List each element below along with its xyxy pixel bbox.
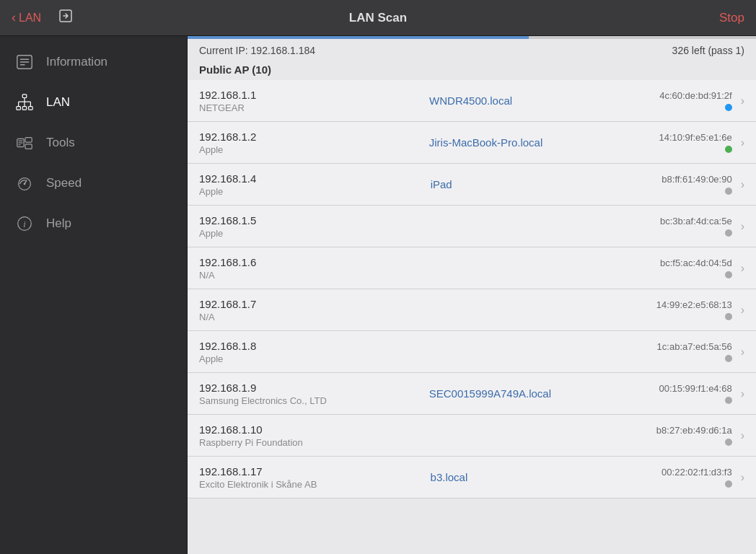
device-right-3: bc:3b:af:4d:ca:5e [660,216,732,237]
device-right-1: 14:10:9f:e5:e1:6e [659,132,731,153]
device-center-2: iPad [431,178,662,190]
export-button[interactable] [58,9,73,27]
device-row[interactable]: 192.168.1.10Raspberry Pi Foundationb8:27… [188,415,756,457]
chevron-right-icon: › [741,220,744,233]
device-row[interactable]: 192.168.1.8Apple1c:ab:a7:ed:5a:56› [188,331,756,373]
status-dot [725,397,732,404]
chevron-right-icon: › [741,94,744,107]
device-list: 192.168.1.1NETGEARWNDR4500.local4c:60:de… [188,80,756,554]
device-hostname: WNDR4500.local [429,94,512,107]
export-icon [58,9,73,23]
device-row[interactable]: 192.168.1.9Samsung Electronics Co., LTDS… [188,373,756,415]
device-left-4: 192.168.1.6N/A [199,250,429,286]
section-header: Public AP (10) [188,61,756,80]
sidebar-tools-label: Tools [46,136,75,150]
device-row[interactable]: 192.168.1.2AppleJiris-MacBook-Pro.local1… [188,122,756,164]
status-dot [725,480,732,488]
scan-status: 326 left (pass 1) [672,45,744,56]
status-dot [725,104,732,111]
sidebar-item-tools[interactable]: Tools [0,123,187,163]
current-ip-label: Current IP: 192.168.1.184 [199,45,315,56]
sidebar-information-label: Information [46,55,107,69]
device-right-7: 00:15:99:f1:e4:68 [659,383,731,404]
device-ip: 192.168.1.9 [199,382,429,394]
device-left-0: 192.168.1.1NETGEAR [199,83,429,119]
status-dot [725,271,732,278]
device-right-8: b8:27:eb:49:d6:1a [656,425,732,446]
device-right-2: b8:ff:61:49:0e:90 [662,174,731,195]
app-header: ‹ LAN LAN Scan Stop [0,0,756,36]
device-ip: 192.168.1.5 [199,214,429,227]
device-ip: 192.168.1.1 [199,89,429,101]
device-vendor: Apple [199,353,428,364]
device-center-7: SEC0015999A749A.local [429,387,659,400]
chevron-right-icon: › [741,471,744,484]
status-dot [725,439,732,446]
sidebar-item-information[interactable]: Information [0,42,187,82]
device-right-6: 1c:ab:a7:ed:5a:56 [657,341,732,362]
sidebar-help-label: Help [46,216,71,231]
device-mac: 00:15:99:f1:e4:68 [659,383,731,394]
device-row[interactable]: 192.168.1.7N/A14:99:e2:e5:68:13› [188,289,756,331]
device-vendor: N/A [199,312,428,322]
device-mac: bc:3b:af:4d:ca:5e [660,216,732,227]
device-hostname: SEC0015999A749A.local [429,387,551,400]
device-ip: 192.168.1.8 [199,340,428,352]
device-vendor: N/A [199,270,429,281]
device-hostname: Jiris-MacBook-Pro.local [429,136,543,149]
svg-text:i: i [23,219,25,229]
device-hostname: b3.local [431,471,468,483]
sidebar-item-help[interactable]: i Help [0,203,187,244]
device-center-1: Jiris-MacBook-Pro.local [429,136,659,149]
device-vendor: NETGEAR [199,102,429,113]
svg-rect-5 [22,94,27,98]
content-area: Current IP: 192.168.1.184 326 left (pass… [188,36,756,554]
device-left-7: 192.168.1.9Samsung Electronics Co., LTD [199,376,429,412]
status-dot [725,355,732,362]
chevron-right-icon: › [741,304,744,317]
device-row[interactable]: 192.168.1.5Applebc:3b:af:4d:ca:5e› [188,206,756,247]
device-ip: 192.168.1.2 [199,131,429,143]
help-icon: i [14,214,35,234]
chevron-right-icon: › [741,136,744,149]
lan-icon [14,92,35,113]
back-arrow-icon: ‹ [12,10,16,25]
page-title: LAN Scan [170,11,586,25]
header-left: ‹ LAN [12,9,170,27]
device-left-6: 192.168.1.8Apple [199,334,428,370]
device-vendor: Samsung Electronics Co., LTD [199,395,429,406]
svg-rect-6 [17,107,21,110]
device-center-9: b3.local [431,471,662,483]
device-vendor: Excito Elektronik i Skåne AB [199,479,431,490]
device-ip: 192.168.1.10 [199,423,428,436]
header-right: Stop [586,11,744,25]
device-left-3: 192.168.1.5Apple [199,208,429,245]
sidebar-item-speed[interactable]: Speed [0,163,187,203]
scan-info-row: Current IP: 192.168.1.184 326 left (pass… [188,39,756,61]
main-layout: Information LAN [0,36,756,554]
svg-rect-19 [25,144,32,149]
device-left-1: 192.168.1.2Apple [199,125,429,161]
device-mac: 14:99:e2:e5:68:13 [656,299,732,310]
sidebar-item-lan[interactable]: LAN [0,82,187,123]
status-dot [725,188,732,195]
device-mac: 1c:ab:a7:ed:5a:56 [657,341,732,352]
device-row[interactable]: 192.168.1.17Excito Elektronik i Skåne AB… [188,457,756,498]
stop-button[interactable]: Stop [719,11,744,25]
device-row[interactable]: 192.168.1.6N/Abc:f5:ac:4d:04:5d› [188,247,756,289]
svg-rect-18 [25,138,32,143]
chevron-right-icon: › [741,178,744,191]
device-mac: 14:10:9f:e5:e1:6e [659,132,731,143]
device-right-9: 00:22:02:f1:d3:f3 [662,467,732,488]
device-row[interactable]: 192.168.1.4AppleiPadb8:ff:61:49:0e:90› [188,164,756,206]
device-left-9: 192.168.1.17Excito Elektronik i Skåne AB [199,460,431,496]
device-hostname: iPad [431,178,452,190]
svg-rect-7 [22,107,27,110]
device-row[interactable]: 192.168.1.1NETGEARWNDR4500.local4c:60:de… [188,80,756,122]
device-left-5: 192.168.1.7N/A [199,292,428,328]
device-mac: bc:f5:ac:4d:04:5d [660,258,732,268]
device-right-4: bc:f5:ac:4d:04:5d [660,258,732,278]
svg-rect-8 [29,107,33,110]
device-ip: 192.168.1.17 [199,465,431,478]
back-button[interactable]: ‹ LAN [12,10,41,25]
